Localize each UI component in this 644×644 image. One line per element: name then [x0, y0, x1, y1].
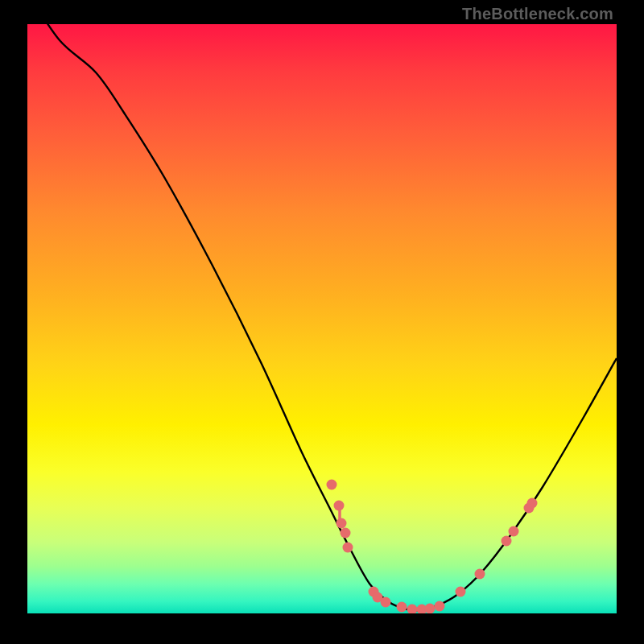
marker-dot	[456, 587, 466, 597]
plot-area	[27, 24, 617, 613]
marker-dot	[381, 597, 391, 608]
marker-dot	[327, 480, 337, 490]
marker-dot	[435, 601, 445, 612]
marker-dot	[336, 518, 347, 529]
marker-group	[327, 480, 538, 614]
marker-dot	[475, 569, 485, 580]
watermark-label: TheBottleneck.com	[462, 5, 613, 23]
marker-dot	[502, 536, 512, 547]
marker-dot	[527, 498, 538, 509]
chart-stage: TheBottleneck.com	[0, 0, 644, 644]
marker-dot	[425, 604, 436, 614]
bottleneck-curve	[27, 24, 617, 610]
chart-svg	[27, 24, 617, 613]
marker-dot	[407, 605, 418, 614]
marker-dot	[397, 602, 407, 613]
marker-dot	[509, 526, 519, 537]
marker-dot	[341, 528, 351, 539]
marker-dot	[343, 543, 353, 553]
